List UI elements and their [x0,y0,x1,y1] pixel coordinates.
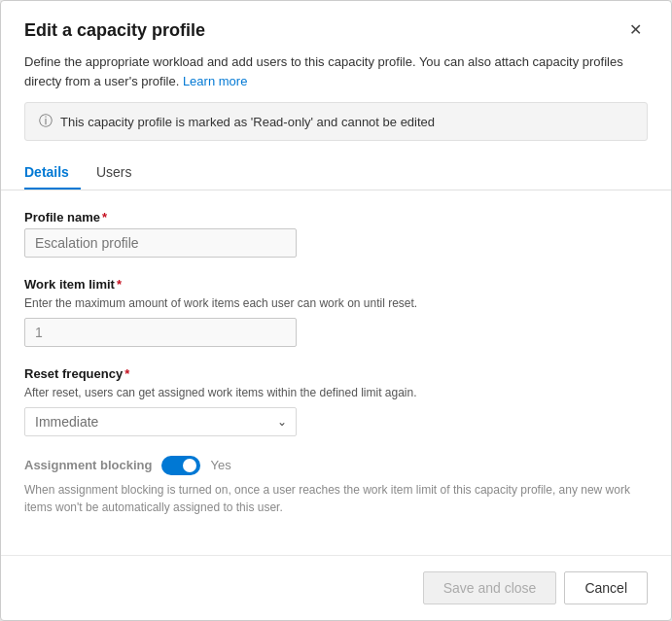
reset-frequency-required: * [124,366,129,381]
work-item-limit-required: * [117,277,122,292]
dialog-title: Edit a capacity profile [24,20,205,41]
learn-more-link[interactable]: Learn more [183,74,247,88]
reset-frequency-select[interactable]: Immediate Daily Weekly Monthly [24,407,297,436]
profile-name-required: * [102,210,107,224]
info-icon: ⓘ [39,113,53,130]
dialog-header: Edit a capacity profile ✕ [1,1,671,52]
reset-frequency-dropdown-wrapper: Immediate Daily Weekly Monthly ⌄ [24,407,297,436]
reset-frequency-description: After reset, users can get assigned work… [24,385,648,401]
dialog-footer: Save and close Cancel [1,555,671,620]
reset-frequency-label: Reset frequency* [24,366,648,381]
dialog-description: Define the appropriate workload and add … [1,52,671,102]
cancel-button[interactable]: Cancel [564,571,648,604]
profile-name-group: Profile name* [24,210,648,258]
work-item-limit-input[interactable] [24,318,297,347]
form-section: Profile name* Work item limit* Enter the… [1,210,671,555]
tab-users[interactable]: Users [96,156,144,190]
save-and-close-button[interactable]: Save and close [423,571,557,604]
edit-capacity-profile-dialog: Edit a capacity profile ✕ Define the app… [0,0,672,621]
reset-frequency-group: Reset frequency* After reset, users can … [24,366,648,436]
description-text: Define the appropriate workload and add … [24,54,623,88]
tab-details[interactable]: Details [24,156,81,190]
assignment-blocking-row: Assignment blocking Yes [24,456,648,475]
tab-bar: Details Users [1,156,671,190]
profile-name-label: Profile name* [24,210,648,224]
profile-name-input[interactable] [24,228,297,258]
close-button[interactable]: ✕ [623,20,648,40]
assignment-blocking-yes-label: Yes [210,458,230,472]
assignment-blocking-label: Assignment blocking [24,458,152,472]
readonly-banner: ⓘ This capacity profile is marked as 'Re… [24,102,648,141]
assignment-blocking-group: Assignment blocking Yes When assignment … [24,456,648,516]
readonly-banner-text: This capacity profile is marked as 'Read… [60,115,435,129]
assignment-blocking-toggle[interactable] [161,456,200,475]
toggle-slider [161,456,200,475]
work-item-limit-description: Enter the maximum amount of work items e… [24,295,648,312]
assignment-blocking-description: When assignment blocking is turned on, o… [24,481,648,516]
work-item-limit-group: Work item limit* Enter the maximum amoun… [24,277,648,347]
work-item-limit-label: Work item limit* [24,277,648,292]
